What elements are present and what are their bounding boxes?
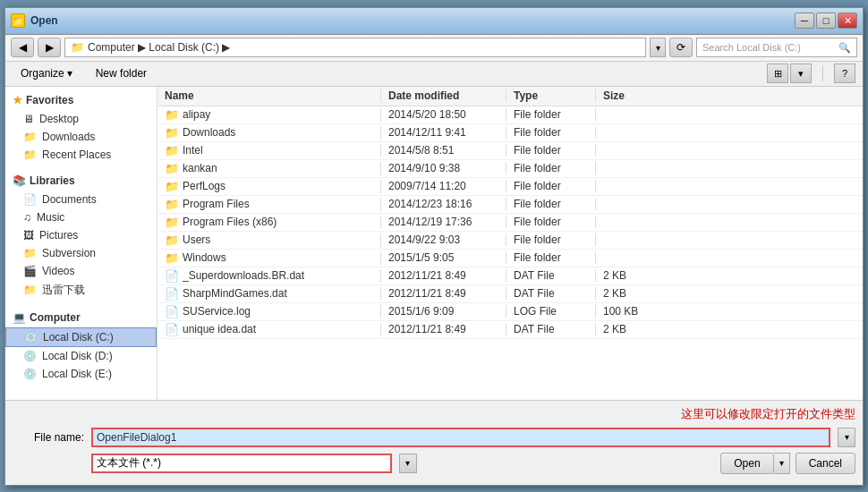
search-placeholder: Search Local Disk (C:) xyxy=(702,42,838,53)
table-row[interactable]: 📁 Program Files (x86) 2014/12/19 17:36 F… xyxy=(157,214,863,232)
sidebar-item-pictures[interactable]: 🖼 Pictures xyxy=(5,226,157,244)
back-button[interactable]: ◀ xyxy=(11,38,34,57)
table-row[interactable]: 📁 kankan 2014/9/10 9:38 File folder xyxy=(157,160,863,178)
file-list: 📁 alipay 2014/5/20 18:50 File folder 📁 D… xyxy=(157,106,863,400)
table-row[interactable]: 📁 Windows 2015/1/5 9:05 File folder xyxy=(157,250,863,267)
table-row[interactable]: 📄 _Superdownloads.BR.dat 2012/11/21 8:49… xyxy=(157,267,863,285)
open-button-label: Open xyxy=(734,457,760,470)
table-row[interactable]: 📁 Program Files 2014/12/23 18:16 File fo… xyxy=(157,196,863,214)
open-dropdown-arrow[interactable]: ▾ xyxy=(774,453,790,474)
sidebar-item-subversion[interactable]: 📁 Subversion xyxy=(5,244,157,262)
libraries-section[interactable]: 📚 Libraries xyxy=(5,171,157,191)
file-date: 2014/9/10 9:38 xyxy=(381,162,506,174)
col-header-size[interactable]: Size xyxy=(596,89,668,102)
col-header-name[interactable]: Name xyxy=(157,89,381,102)
search-box[interactable]: Search Local Disk (C:) 🔍 xyxy=(696,38,857,57)
favorites-label: Favorites xyxy=(26,94,73,106)
file-type-dropdown-button[interactable]: ▾ xyxy=(399,454,417,473)
sidebar-item-xunlei[interactable]: 📁 迅雷下载 xyxy=(5,280,157,301)
sidebar-item-recent-places[interactable]: 📁 Recent Places xyxy=(5,146,157,164)
favorites-section[interactable]: ★ Favorites xyxy=(5,90,157,110)
file-name-input[interactable] xyxy=(91,428,830,447)
sidebar-item-music[interactable]: ♫ Music xyxy=(5,208,157,226)
breadcrumb-icon: 📁 xyxy=(71,41,84,54)
file-date: 2014/12/23 18:16 xyxy=(381,198,506,210)
file-type: DAT File xyxy=(506,323,596,335)
sidebar-item-videos[interactable]: 🎬 Videos xyxy=(5,262,157,280)
file-type: File folder xyxy=(506,251,596,264)
disk-e-label: Local Disk (E:) xyxy=(42,368,112,380)
cancel-button[interactable]: Cancel xyxy=(796,453,855,474)
minimize-button[interactable]: ─ xyxy=(795,13,814,29)
table-row[interactable]: 📄 SharpMindGames.dat 2012/11/21 8:49 DAT… xyxy=(157,285,863,303)
file-date: 2014/9/22 9:03 xyxy=(381,233,506,246)
file-size: 100 KB xyxy=(596,305,668,318)
address-dropdown-button[interactable]: ▾ xyxy=(650,38,666,57)
xunlei-icon: 📁 xyxy=(23,284,37,296)
pictures-icon: 🖼 xyxy=(23,229,34,242)
table-row[interactable]: 📁 Downloads 2014/12/11 9:41 File folder xyxy=(157,124,863,142)
table-row[interactable]: 📁 Users 2014/9/22 9:03 File folder xyxy=(157,232,863,250)
file-date: 2012/11/21 8:49 xyxy=(381,287,506,300)
videos-label: Videos xyxy=(42,265,74,277)
col-header-type[interactable]: Type xyxy=(506,89,596,102)
sidebar-item-documents[interactable]: 📄 Documents xyxy=(5,191,157,208)
documents-label: Documents xyxy=(42,193,97,206)
file-date: 2015/1/5 9:05 xyxy=(381,251,506,264)
libraries-label: Libraries xyxy=(30,174,75,187)
file-type: DAT File xyxy=(506,269,596,282)
file-name: kankan xyxy=(183,162,217,174)
list-view-button[interactable]: ▾ xyxy=(790,64,812,83)
file-name: unique idea.dat xyxy=(183,323,256,335)
file-type: File folder xyxy=(506,162,596,174)
sidebar: ★ Favorites 🖥 Desktop 📁 Downloads 📁 Rece… xyxy=(5,87,157,400)
file-date: 2014/5/20 18:50 xyxy=(381,108,506,121)
videos-icon: 🎬 xyxy=(23,265,37,277)
buttons-row: Open ▾ Cancel xyxy=(720,453,855,474)
pictures-label: Pictures xyxy=(39,229,78,242)
file-type-row: 文本文件 (*.*) ▾ Open ▾ Cancel xyxy=(13,453,855,474)
address-bar: ◀ ▶ 📁 Computer ▶ Local Disk (C:) ▶ ▾ ⟳ S… xyxy=(5,35,863,62)
sidebar-item-local-c[interactable]: 💿 Local Disk (C:) xyxy=(5,327,157,347)
file-list-header: Name Date modified Type Size xyxy=(157,87,863,106)
maximize-button[interactable]: □ xyxy=(816,13,836,29)
table-row[interactable]: 📄 SUService.log 2015/1/6 9:09 LOG File 1… xyxy=(157,303,863,321)
address-path[interactable]: 📁 Computer ▶ Local Disk (C:) ▶ xyxy=(64,38,646,57)
table-row[interactable]: 📁 PerfLogs 2009/7/14 11:20 File folder xyxy=(157,178,863,196)
close-button[interactable]: ✕ xyxy=(838,13,857,29)
disk-e-icon: 💿 xyxy=(23,368,37,380)
table-row[interactable]: 📁 Intel 2014/5/8 8:51 File folder xyxy=(157,142,863,160)
window-icon: 📁 xyxy=(11,13,25,28)
file-type-select[interactable]: 文本文件 (*.*) xyxy=(91,454,392,473)
file-type: DAT File xyxy=(506,287,596,300)
sidebar-item-local-d[interactable]: 💿 Local Disk (D:) xyxy=(5,347,157,365)
file-name-dropdown-button[interactable]: ▾ xyxy=(838,428,855,447)
sidebar-item-local-e[interactable]: 💿 Local Disk (E:) xyxy=(5,365,157,383)
sidebar-item-desktop[interactable]: 🖥 Desktop xyxy=(5,110,157,128)
file-icon: 📁 xyxy=(165,233,179,247)
table-row[interactable]: 📄 unique idea.dat 2012/11/21 8:49 DAT Fi… xyxy=(157,321,863,339)
downloads-folder-icon: 📁 xyxy=(23,131,37,143)
computer-section[interactable]: 💻 Computer xyxy=(5,308,157,327)
organize-button[interactable]: Organize ▾ xyxy=(13,64,81,83)
file-name: Windows xyxy=(183,251,226,264)
sidebar-item-downloads[interactable]: 📁 Downloads xyxy=(5,128,157,146)
refresh-button[interactable]: ⟳ xyxy=(669,38,693,57)
file-type: File folder xyxy=(506,108,596,121)
open-button[interactable]: Open xyxy=(720,453,773,474)
computer-label: Computer xyxy=(30,311,81,324)
file-name-label: File name: xyxy=(13,431,84,444)
search-icon: 🔍 xyxy=(838,42,851,54)
file-type: LOG File xyxy=(506,305,596,318)
grid-view-button[interactable]: ⊞ xyxy=(767,64,788,83)
computer-icon: 💻 xyxy=(13,311,26,324)
file-size: 2 KB xyxy=(596,269,668,282)
file-icon: 📁 xyxy=(165,144,179,157)
file-name: Intel xyxy=(183,144,203,157)
col-header-date[interactable]: Date modified xyxy=(381,89,506,102)
help-button[interactable]: ? xyxy=(834,64,855,83)
table-row[interactable]: 📁 alipay 2014/5/20 18:50 File folder xyxy=(157,106,863,124)
bottom-section: 这里可以修改限定打开的文件类型 File name: ▾ 文本文件 (*.*) … xyxy=(5,400,863,485)
new-folder-button[interactable]: New folder xyxy=(88,64,155,83)
forward-button[interactable]: ▶ xyxy=(38,38,61,57)
